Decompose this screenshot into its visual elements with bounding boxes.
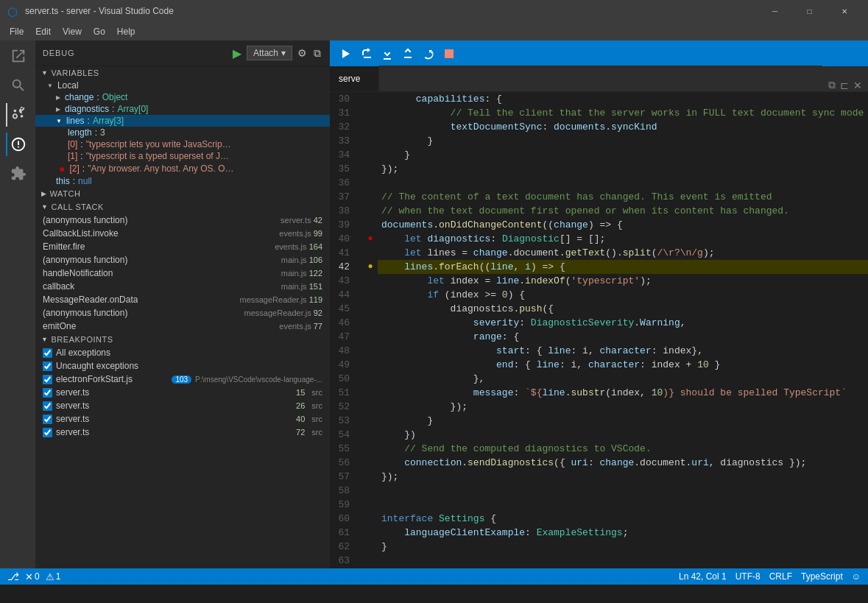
local-collapse-arrow: ▼	[47, 82, 53, 89]
status-position[interactable]: Ln 42, Col 1	[679, 571, 727, 582]
line-num-35: 35	[330, 162, 356, 176]
line-num-57: 57	[330, 470, 356, 484]
close-button[interactable]: ✕	[828, 0, 861, 22]
code-line-35: });	[378, 162, 868, 176]
cs-fn-4: handleNotification	[43, 268, 113, 278]
bp-server-26[interactable]: server.ts 26 src	[35, 399, 330, 412]
play-button[interactable]: ▶	[231, 45, 243, 62]
cs-fn-1: CallbackList.invoke	[43, 228, 119, 239]
gutter-59	[363, 498, 378, 512]
menu-edit[interactable]: Edit	[29, 25, 57, 38]
cs-item-8[interactable]: emitOne events.js 77	[35, 320, 330, 333]
cs-line-8: 77	[314, 322, 322, 331]
line-num-44: 44	[330, 288, 356, 302]
tab-server-ts[interactable]: serve	[330, 66, 379, 91]
bp-server-72[interactable]: server.ts 72 src	[35, 426, 330, 439]
activity-debug[interactable]	[6, 133, 29, 156]
var-diagnostics[interactable]: ▶ diagnostics : Array[0]	[35, 103, 330, 115]
debug-label: DEBUG	[43, 49, 75, 57]
attach-button[interactable]: Attach ▾	[247, 46, 292, 60]
bp-electron-fork-checkbox[interactable]	[43, 375, 52, 384]
bp-electron-fork-badge: 103	[172, 375, 191, 384]
sidebar-controls: ▶ Attach ▾ ⚙ ⧉	[231, 45, 322, 62]
split-view-button[interactable]: ⧉	[828, 79, 836, 91]
variables-section: ▼ VARIABLES ▼ Local ▶ change : Object	[35, 66, 330, 187]
bp-all-exceptions-checkbox[interactable]	[43, 348, 52, 358]
status-errors[interactable]: ✕ 0	[25, 571, 40, 582]
debug-step-out-button[interactable]	[399, 45, 417, 63]
bp-server-26-checkbox[interactable]	[43, 401, 52, 411]
cs-item-1[interactable]: CallbackList.invoke events.js 99	[35, 227, 330, 240]
bp-server-15[interactable]: server.ts 15 src	[35, 386, 330, 399]
menu-view[interactable]: View	[57, 25, 88, 38]
var-length[interactable]: length : 3	[35, 127, 330, 138]
debug-step-into-button[interactable]	[378, 45, 396, 63]
menu-go[interactable]: Go	[88, 25, 111, 38]
activity-source-control[interactable]	[6, 103, 29, 127]
code-content[interactable]: capabilities: { // Tell the client that …	[378, 92, 868, 568]
status-encoding[interactable]: UTF-8	[735, 571, 761, 582]
var-change-name: change	[65, 92, 93, 102]
cs-item-6[interactable]: MessageReader.onData messageReader.js 11…	[35, 293, 330, 306]
code-line-58	[378, 484, 868, 498]
menu-file[interactable]: File	[4, 25, 29, 38]
status-line-ending[interactable]: CRLF	[769, 571, 792, 582]
code-line-48: start: { line: i, character: index},	[378, 344, 868, 358]
maximize-button[interactable]: □	[793, 0, 826, 22]
var-lines-1[interactable]: [1] : "typescript is a typed superset of…	[35, 150, 330, 162]
activity-extensions[interactable]	[6, 162, 29, 186]
bp-uncaught-exceptions-checkbox[interactable]	[43, 362, 52, 371]
debug-continue-button[interactable]	[337, 45, 355, 63]
status-language[interactable]: TypeScript	[801, 571, 843, 582]
line-num-31: 31	[330, 106, 356, 120]
menu-help[interactable]: Help	[111, 25, 141, 38]
bp-server-40-checkbox[interactable]	[43, 415, 52, 424]
var-lines[interactable]: ▼ lines : Array[3]	[35, 115, 330, 127]
debug-stop-button[interactable]	[440, 45, 458, 63]
line-num-63: 63	[330, 554, 356, 568]
var-lines-2[interactable]: ● [2] : "Any browser. Any host. Any OS. …	[35, 162, 330, 175]
status-bar: ⎇ ✕ 0 ⚠ 1 Ln 42, Col 1 UTF-8 CRLF TypeSc…	[0, 568, 868, 585]
code-editor[interactable]: 3031323334353637383940414243444546474849…	[330, 92, 868, 568]
breakpoints-header[interactable]: ▼ BREAKPOINTS	[35, 333, 330, 346]
line-num-48: 48	[330, 344, 356, 358]
bp-all-exceptions[interactable]: All exceptions	[35, 346, 330, 359]
bp-server-72-checkbox[interactable]	[43, 428, 52, 437]
line-num-59: 59	[330, 498, 356, 512]
cs-item-7[interactable]: (anonymous function) messageReader.js 92	[35, 306, 330, 320]
bp-marker: ●	[367, 232, 373, 246]
watch-header[interactable]: ▶ WATCH	[35, 187, 330, 200]
var-change[interactable]: ▶ change : Object	[35, 91, 330, 103]
sidebar-scroll[interactable]: ▼ VARIABLES ▼ Local ▶ change : Object	[35, 66, 330, 568]
cs-item-0[interactable]: (anonymous function) server.ts 42	[35, 214, 330, 227]
cs-item-5[interactable]: callback main.js 151	[35, 280, 330, 293]
debug-restart-button[interactable]	[420, 45, 437, 63]
gutter-49	[363, 358, 378, 372]
var-lines-0[interactable]: [0] : "typescript lets you write JavaScr…	[35, 138, 330, 150]
code-line-39: documents.onDidChangeContent((change) =>…	[378, 218, 868, 232]
line-num-33: 33	[330, 134, 356, 148]
cs-item-4[interactable]: handleNotification main.js 122	[35, 267, 330, 280]
activity-explorer[interactable]	[6, 44, 29, 68]
bp-server-40[interactable]: server.ts 40 src	[35, 412, 330, 426]
editor-more-button[interactable]: ⊏	[840, 80, 849, 91]
cs-item-2[interactable]: Emitter.fire events.js 164	[35, 240, 330, 253]
bp-server-15-checkbox[interactable]	[43, 388, 52, 398]
var-this[interactable]: this : null	[35, 175, 330, 187]
line-num-41: 41	[330, 246, 356, 260]
split-editor-icon[interactable]: ⧉	[312, 46, 322, 61]
bp-electron-fork[interactable]: electronForkStart.js 103 P:\mseng\VSCode…	[35, 373, 330, 386]
bp-uncaught-exceptions[interactable]: Uncaught exceptions	[35, 359, 330, 373]
settings-icon[interactable]: ⚙	[296, 46, 308, 60]
minimize-button[interactable]: ─	[758, 0, 791, 22]
cs-item-3[interactable]: (anonymous function) main.js 106	[35, 253, 330, 267]
variables-header[interactable]: ▼ VARIABLES	[35, 66, 330, 80]
status-smiley[interactable]: ☺	[852, 571, 861, 582]
editor-close-button[interactable]: ✕	[853, 80, 862, 91]
local-group[interactable]: ▼ Local	[35, 80, 330, 91]
status-warnings[interactable]: ⚠ 1	[46, 571, 61, 582]
cs-file-1: events.js	[279, 229, 311, 238]
callstack-header[interactable]: ▼ CALL STACK	[35, 200, 330, 214]
debug-step-over-button[interactable]	[358, 45, 375, 63]
activity-search[interactable]	[6, 74, 29, 97]
